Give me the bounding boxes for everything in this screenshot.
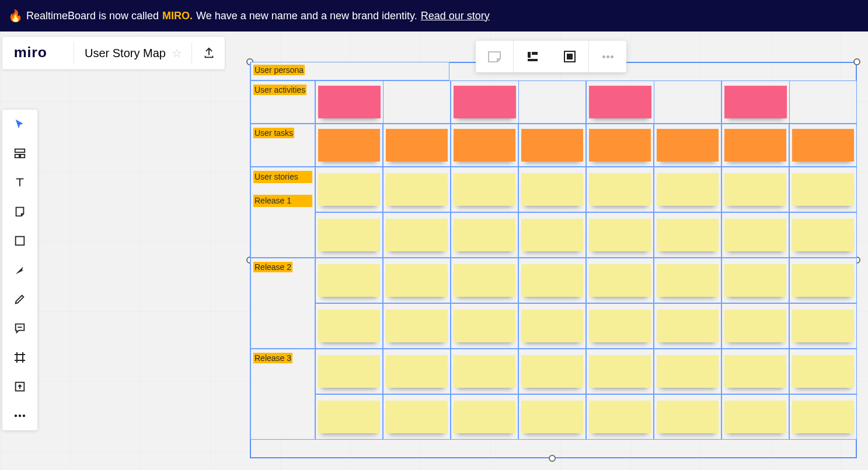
sticky-yellow[interactable] <box>386 173 448 206</box>
story-card[interactable] <box>315 167 383 212</box>
task-card[interactable] <box>789 124 857 167</box>
story-card[interactable] <box>586 167 654 212</box>
sticky-orange[interactable] <box>521 129 583 162</box>
story-card[interactable] <box>789 349 857 394</box>
story-card[interactable] <box>315 303 383 349</box>
sticky-yellow[interactable] <box>657 219 719 251</box>
favorite-star-icon[interactable]: ☆ <box>172 46 191 60</box>
story-card[interactable] <box>721 212 789 258</box>
sticky-yellow[interactable] <box>589 264 651 297</box>
sticky-yellow[interactable] <box>657 173 719 206</box>
sticky-yellow[interactable] <box>318 219 380 251</box>
story-card[interactable] <box>451 394 518 440</box>
story-card[interactable] <box>721 303 789 349</box>
sticky-yellow[interactable] <box>792 219 854 251</box>
sticky-yellow[interactable] <box>792 310 854 342</box>
sticky-yellow[interactable] <box>386 219 448 251</box>
story-card[interactable] <box>383 394 451 440</box>
sticky-orange[interactable] <box>792 129 854 162</box>
story-card[interactable] <box>451 167 518 212</box>
sticky-yellow[interactable] <box>724 173 786 206</box>
sticky-yellow[interactable] <box>521 401 583 433</box>
sticky-yellow[interactable] <box>318 310 380 342</box>
story-card[interactable] <box>518 394 586 440</box>
tool-select[interactable] <box>8 115 32 133</box>
tool-pen[interactable] <box>8 290 32 308</box>
sticky-yellow[interactable] <box>657 401 719 433</box>
sticky-yellow[interactable] <box>454 264 515 297</box>
activity-cell-empty[interactable] <box>654 80 722 124</box>
story-card[interactable] <box>654 394 721 440</box>
story-card[interactable] <box>789 212 857 258</box>
tool-more[interactable] <box>8 407 32 425</box>
task-card[interactable] <box>721 124 789 167</box>
activity-card-3[interactable] <box>586 80 654 124</box>
story-card[interactable] <box>654 258 721 303</box>
story-card[interactable] <box>789 167 857 212</box>
sticky-orange[interactable] <box>589 129 651 162</box>
sticky-yellow[interactable] <box>589 401 651 433</box>
sticky-yellow[interactable] <box>318 264 380 297</box>
story-card[interactable] <box>721 349 789 394</box>
task-card[interactable] <box>383 124 451 167</box>
story-card[interactable] <box>451 303 518 349</box>
story-card[interactable] <box>789 394 857 440</box>
sticky-yellow[interactable] <box>792 173 854 206</box>
sticky-yellow[interactable] <box>724 219 786 251</box>
sticky-yellow[interactable] <box>792 264 854 297</box>
activity-card-2[interactable] <box>451 80 519 124</box>
story-card[interactable] <box>451 258 518 303</box>
story-card[interactable] <box>586 349 654 394</box>
story-card[interactable] <box>383 349 451 394</box>
sticky-yellow[interactable] <box>454 173 515 206</box>
sticky-yellow[interactable] <box>318 401 380 433</box>
sticky-yellow[interactable] <box>589 173 651 206</box>
tool-templates[interactable] <box>8 145 32 162</box>
banner-read-link[interactable]: Read our story <box>421 10 490 22</box>
story-card[interactable] <box>789 258 857 303</box>
sticky-yellow[interactable] <box>657 355 719 388</box>
tool-connection-line[interactable] <box>8 261 32 279</box>
sticky-yellow[interactable] <box>386 355 448 388</box>
sticky-yellow[interactable] <box>521 173 583 206</box>
tool-sticky-note[interactable] <box>8 203 32 220</box>
tool-frame[interactable] <box>8 349 32 366</box>
task-card[interactable] <box>315 124 383 167</box>
tool-text[interactable] <box>8 174 32 191</box>
sticky-yellow[interactable] <box>318 173 380 206</box>
sticky-yellow[interactable] <box>318 355 380 388</box>
sticky-yellow[interactable] <box>521 264 583 297</box>
story-card[interactable] <box>654 303 721 349</box>
story-card[interactable] <box>789 303 857 349</box>
story-card[interactable] <box>654 349 721 394</box>
task-card[interactable] <box>654 124 721 167</box>
sticky-orange[interactable] <box>657 129 719 162</box>
story-card[interactable] <box>383 258 451 303</box>
story-card[interactable] <box>315 394 383 440</box>
sticky-yellow[interactable] <box>521 219 583 251</box>
story-card[interactable] <box>586 303 654 349</box>
selection-handle-bm[interactable] <box>549 455 556 462</box>
sticky-yellow[interactable] <box>386 264 448 297</box>
export-button[interactable] <box>192 47 215 59</box>
label-tasks[interactable]: User tasks <box>250 124 315 167</box>
story-card[interactable] <box>315 212 383 258</box>
sticky-pink[interactable] <box>318 86 381 118</box>
activity-cell-empty[interactable] <box>790 80 857 124</box>
sticky-orange[interactable] <box>724 129 786 162</box>
sticky-yellow[interactable] <box>454 219 515 251</box>
activity-card-4[interactable] <box>721 80 790 124</box>
sticky-yellow[interactable] <box>589 310 651 342</box>
story-card[interactable] <box>586 212 654 258</box>
story-card[interactable] <box>518 303 586 349</box>
sticky-yellow[interactable] <box>724 401 786 433</box>
story-card[interactable] <box>383 167 451 212</box>
sticky-yellow[interactable] <box>454 310 515 342</box>
sticky-yellow[interactable] <box>792 355 854 388</box>
sticky-yellow[interactable] <box>521 310 583 342</box>
user-story-map[interactable]: User persona User activities User tasks … <box>250 62 857 440</box>
story-card[interactable] <box>315 349 383 394</box>
task-card[interactable] <box>518 124 586 167</box>
sticky-yellow[interactable] <box>454 355 515 388</box>
label-persona[interactable]: User persona <box>250 62 449 80</box>
